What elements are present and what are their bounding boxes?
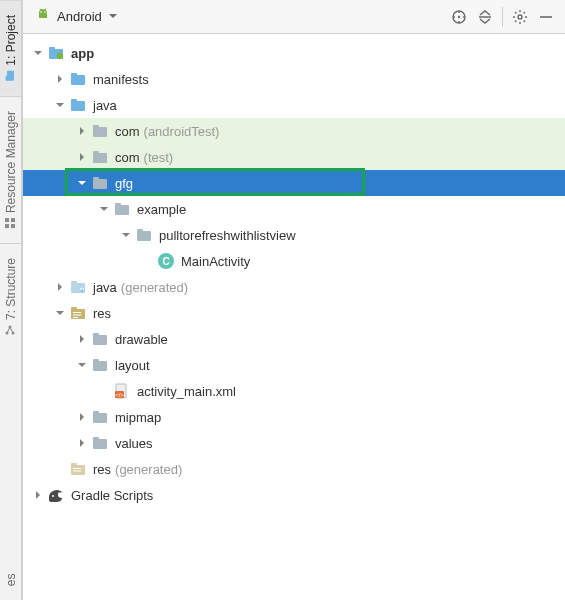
node-label: example [137,202,186,217]
folder-icon [69,96,87,114]
toolbar-separator [502,7,503,27]
svg-point-24 [57,53,63,59]
svg-rect-2 [6,224,10,228]
xml-file-icon: </> [113,382,131,400]
tree-node-com-test[interactable]: com (test) [23,144,565,170]
svg-rect-28 [71,99,77,102]
module-icon [47,44,65,62]
node-label: drawable [115,332,168,347]
tree-node-res-generated[interactable]: res (generated) [23,456,565,482]
expand-arrow-icon[interactable] [75,358,89,372]
tree-node-mainactivity[interactable]: C MainActivity [23,248,565,274]
hide-panel-button[interactable] [533,4,559,30]
svg-point-62 [52,495,54,497]
expand-arrow-icon[interactable] [53,280,67,294]
view-selector-label[interactable]: Android [57,9,102,24]
node-label: Gradle Scripts [71,488,153,503]
collapse-all-button[interactable] [472,4,498,30]
svg-rect-5 [12,218,16,222]
tree-node-java-generated[interactable]: java (generated) [23,274,565,300]
svg-point-14 [458,15,460,17]
tree-node-gfg[interactable]: gfg [23,170,565,196]
package-icon [91,122,109,140]
svg-rect-29 [93,127,107,137]
svg-line-11 [40,9,41,11]
package-icon [113,200,131,218]
node-label: com [115,150,140,165]
expand-arrow-icon[interactable] [53,306,67,320]
svg-rect-49 [93,361,107,371]
expand-arrow-icon[interactable] [75,176,89,190]
node-label: mipmap [115,410,161,425]
structure-icon [5,324,17,336]
node-suffix: (androidTest) [144,124,220,139]
svg-rect-26 [71,73,77,76]
package-icon [91,148,109,166]
tree-node-manifests[interactable]: manifests [23,66,565,92]
tab-resource-manager[interactable]: Resource Manager [0,96,21,243]
node-label: values [115,436,153,451]
tree-node-values[interactable]: values [23,430,565,456]
expand-arrow-icon[interactable] [53,98,67,112]
expand-arrow-icon[interactable] [75,436,89,450]
expand-arrow-icon[interactable] [75,410,89,424]
svg-text:</>: </> [115,392,124,398]
svg-rect-58 [71,465,85,475]
tree-node-layout[interactable]: layout [23,352,565,378]
expand-arrow-icon[interactable] [97,202,111,216]
node-label: MainActivity [181,254,250,269]
settings-button[interactable] [507,4,533,30]
tab-favorites[interactable]: es [0,350,21,600]
svg-rect-44 [73,312,81,313]
expand-arrow-icon[interactable] [53,72,67,86]
expand-arrow-icon[interactable] [119,228,133,242]
expand-arrow-icon[interactable] [75,150,89,164]
project-icon [5,70,17,82]
dropdown-arrow-icon[interactable] [108,9,118,24]
svg-rect-3 [6,218,10,222]
tree-node-gradle-scripts[interactable]: Gradle Scripts [23,482,565,508]
project-tree[interactable]: app manifests java com (androidTest) [23,34,565,600]
expand-arrow-icon[interactable] [75,332,89,346]
svg-rect-31 [93,153,107,163]
tree-node-pulltorefresh[interactable]: pulltorefreshwithlistview [23,222,565,248]
package-icon [91,174,109,192]
tree-node-com-androidtest[interactable]: com (androidTest) [23,118,565,144]
svg-rect-35 [115,205,129,215]
svg-rect-61 [73,471,81,472]
highlight-box [65,168,365,196]
svg-rect-60 [73,468,81,469]
folder-icon [69,70,87,88]
folder-icon [91,434,109,452]
expand-arrow-icon[interactable] [75,124,89,138]
node-label: activity_main.xml [137,384,236,399]
svg-rect-33 [93,179,107,189]
node-label: com [115,124,140,139]
select-opened-file-button[interactable] [446,4,472,30]
tree-node-res[interactable]: res [23,300,565,326]
folder-icon [91,356,109,374]
svg-rect-40 [71,281,77,284]
tab-resource-manager-label: Resource Manager [4,111,18,213]
node-label: gfg [115,176,133,191]
svg-rect-37 [137,231,151,241]
svg-rect-59 [71,463,77,466]
tab-project[interactable]: 1: Project [0,0,21,96]
tree-node-java[interactable]: java [23,92,565,118]
svg-rect-43 [71,307,77,310]
expand-arrow-icon[interactable] [31,488,45,502]
node-label: java [93,98,117,113]
tree-node-drawable[interactable]: drawable [23,326,565,352]
folder-icon [91,330,109,348]
tree-node-activity-main[interactable]: </> activity_main.xml [23,378,565,404]
tree-node-mipmap[interactable]: mipmap [23,404,565,430]
project-toolbar: Android [23,0,565,34]
expand-arrow-icon[interactable] [31,46,45,60]
svg-rect-55 [93,411,99,414]
package-icon [135,226,153,244]
tree-node-app[interactable]: app [23,40,565,66]
svg-rect-50 [93,359,99,362]
svg-rect-0 [8,71,15,81]
tab-structure[interactable]: 7: Structure [0,243,21,350]
tree-node-example[interactable]: example [23,196,565,222]
